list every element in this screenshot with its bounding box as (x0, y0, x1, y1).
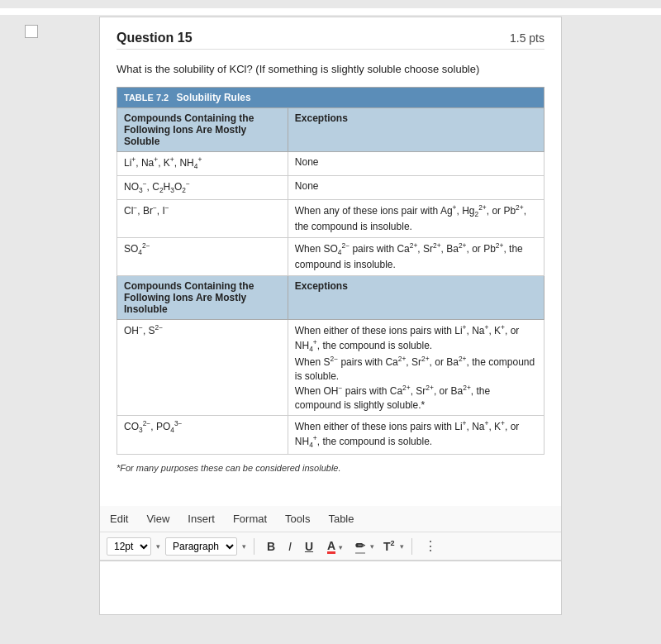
formatting-bar: 12pt 10pt 14pt 16pt ▾ Paragraph Heading … (100, 532, 561, 561)
divider2 (411, 538, 412, 555)
ions-cell: NO3−, C2H3O2− (117, 176, 288, 200)
highlight-arrow[interactable]: ▾ (370, 542, 374, 551)
font-color-arrow[interactable]: ▾ (339, 544, 342, 551)
table-row: OH−, S2− When either of these ions pairs… (117, 320, 544, 416)
question-text: What is the solubility of KCl? (If somet… (117, 63, 544, 75)
font-color-group: A ▾ (323, 537, 346, 556)
soluble-section-header: Compounds Containing the Following Ions … (117, 108, 544, 152)
table-row: CO32−, PO43− When either of these ions p… (117, 416, 544, 455)
more-options-button[interactable]: ⋮ (420, 537, 441, 556)
font-size-select[interactable]: 12pt 10pt 14pt 16pt (107, 537, 151, 556)
insoluble-col2-header: Exceptions (288, 276, 544, 320)
menu-view[interactable]: View (145, 511, 171, 527)
menu-table[interactable]: Table (326, 511, 355, 527)
ions-cell: SO42− (117, 238, 288, 276)
table-row: Cl−, Br−, I− When any of these ions pair… (117, 200, 544, 238)
superscript-arrow[interactable]: ▾ (400, 542, 404, 551)
paragraph-arrow[interactable]: ▾ (242, 542, 246, 551)
superscript-group: T2 ▾ (379, 537, 404, 555)
question-title: Question 15 (117, 31, 193, 45)
font-color-button[interactable]: A ▾ (323, 537, 346, 556)
highlight-group: ✏ ▾ (351, 537, 374, 556)
solubility-table: TABLE 7.2 Solubility Rules Compounds Con… (117, 87, 544, 455)
divider (254, 538, 254, 555)
editor-area[interactable] (99, 561, 562, 615)
insoluble-col1-header: Compounds Containing the Following Ions … (117, 276, 288, 320)
table-row: SO42− When SO42− pairs with Ca2+, Sr2+, … (117, 238, 544, 276)
toolbar-area: Edit View Insert Format Tools Table 12pt… (99, 506, 562, 561)
menu-format[interactable]: Format (231, 511, 269, 527)
table-title-cell: TABLE 7.2 Solubility Rules (117, 88, 544, 108)
ions-cell: OH−, S2− (117, 320, 288, 416)
table-title-row: TABLE 7.2 Solubility Rules (117, 88, 544, 108)
exception-cell: None (288, 152, 544, 176)
table-footnote: *For many purposes these can be consider… (117, 463, 544, 473)
question-card: Question 15 1.5 pts What is the solubili… (99, 17, 562, 506)
menu-insert[interactable]: Insert (186, 511, 216, 527)
paragraph-select[interactable]: Paragraph Heading 1 Heading 2 (165, 537, 237, 556)
question-checkbox[interactable] (25, 25, 38, 38)
insoluble-section-header: Compounds Containing the Following Ions … (117, 276, 544, 320)
question-outer: Question 15 1.5 pts What is the solubili… (50, 17, 611, 615)
italic-button[interactable]: I (281, 538, 299, 555)
page-wrapper: Question 15 1.5 pts What is the solubili… (0, 0, 661, 623)
ions-cell: Li+, Na+, K+, NH4+ (117, 152, 288, 176)
menu-bar: Edit View Insert Format Tools Table (100, 506, 561, 532)
question-pts: 1.5 pts (510, 31, 544, 45)
exception-cell: When any of these ions pair with Ag+, Hg… (288, 200, 544, 238)
menu-edit[interactable]: Edit (108, 511, 130, 527)
font-size-arrow[interactable]: ▾ (156, 542, 160, 551)
ions-cell: CO32−, PO43− (117, 416, 288, 455)
top-bar (0, 8, 661, 15)
soluble-col2-header: Exceptions (288, 108, 544, 152)
format-buttons: B I U (262, 538, 318, 555)
question-header: Question 15 1.5 pts (117, 31, 544, 50)
menu-tools[interactable]: Tools (283, 511, 311, 527)
underline-button[interactable]: U (300, 538, 318, 555)
exception-cell: When SO42− pairs with Ca2+, Sr2+, Ba2+, … (288, 238, 544, 276)
ions-cell: Cl−, Br−, I− (117, 200, 288, 238)
table-num: TABLE 7.2 (124, 93, 169, 103)
table-title-label: Solubility Rules (177, 92, 251, 103)
bold-button[interactable]: B (262, 538, 280, 555)
exception-cell: When either of these ions pairs with Li+… (288, 416, 544, 455)
table-row: NO3−, C2H3O2− None (117, 176, 544, 200)
highlight-button[interactable]: ✏ (351, 537, 369, 556)
exception-cell: None (288, 176, 544, 200)
superscript-button[interactable]: T2 (379, 537, 399, 555)
exception-cell: When either of these ions pairs with Li+… (288, 320, 544, 416)
soluble-col1-header: Compounds Containing the Following Ions … (117, 108, 288, 152)
table-row: Li+, Na+, K+, NH4+ None (117, 152, 544, 176)
